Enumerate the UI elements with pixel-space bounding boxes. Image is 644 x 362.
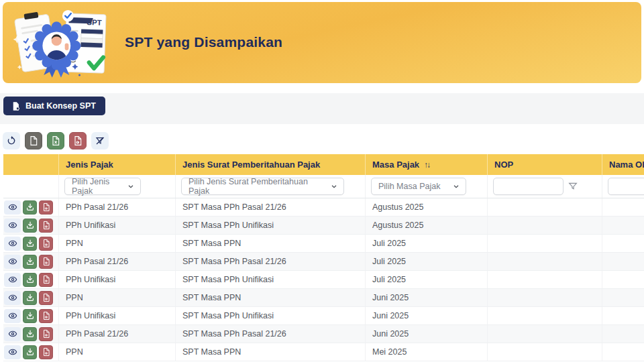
row-actions [3, 198, 59, 216]
cell-nama-objek [602, 217, 644, 234]
eye-icon [8, 329, 17, 339]
cell-nop [488, 271, 602, 288]
masa-pajak-select[interactable]: Pilih Masa Pajak [371, 178, 466, 195]
download-button[interactable] [23, 237, 37, 251]
table-header-row: Jenis Pajak Jenis Surat Pemberitahuan Pa… [3, 154, 644, 175]
view-button[interactable] [4, 237, 21, 251]
row-actions [3, 289, 59, 306]
row-pdf-button[interactable] [39, 273, 53, 287]
export-pdf-button[interactable] [69, 132, 87, 149]
row-actions [3, 253, 59, 270]
download-button[interactable] [23, 291, 37, 305]
view-button[interactable] [4, 309, 21, 323]
eye-icon [8, 293, 17, 302]
clear-filter-button[interactable] [91, 132, 109, 149]
view-button[interactable] [4, 200, 21, 215]
view-button[interactable] [4, 219, 21, 233]
table-row: PPN SPT Masa PPN Juni 2025 [3, 289, 644, 307]
file-pdf-icon [42, 239, 51, 248]
table-row: PPh Unifikasi SPT Masa PPh Unifikasi Agu… [3, 217, 644, 235]
cell-nop [488, 307, 602, 324]
export-excel-button[interactable] [47, 132, 64, 149]
illustration-doc-label: SPT [87, 18, 102, 27]
row-pdf-button[interactable] [39, 219, 53, 233]
header-masa-pajak[interactable]: Masa Pajak ↑↓ [366, 154, 488, 175]
sort-icon[interactable]: ↑↓ [424, 160, 429, 170]
filter-actions-cell [3, 175, 59, 198]
jenis-surat-select[interactable]: Pilih Jenis Surat Pemberitahuan Pajak [181, 178, 344, 195]
download-icon [25, 202, 35, 212]
cell-nop [488, 198, 602, 216]
download-icon [25, 257, 35, 266]
cell-masa-pajak: Juli 2025 [366, 235, 488, 252]
jenis-pajak-select[interactable]: Pilih Jenis Pajak [64, 178, 141, 195]
row-pdf-button[interactable] [39, 291, 53, 305]
refresh-button[interactable] [3, 132, 20, 149]
download-button[interactable] [23, 255, 37, 269]
header-nop[interactable]: NOP [488, 154, 602, 175]
row-pdf-button[interactable] [39, 200, 53, 215]
download-icon [25, 221, 35, 230]
file-pdf-icon [42, 257, 51, 266]
download-button[interactable] [23, 327, 37, 341]
cell-jenis-pajak: PPh Pasal 21/26 [59, 325, 176, 343]
download-button[interactable] [23, 345, 37, 359]
table-row: PPh Pasal 21/26 SPT Masa PPh Pasal 21/26… [3, 253, 644, 271]
table-row: PPh Unifikasi SPT Masa PPh Unifikasi Jun… [3, 307, 644, 325]
create-spt-button[interactable]: Buat Konsep SPT [3, 97, 105, 115]
filter-dismiss-icon [95, 135, 105, 146]
cell-jenis-surat: SPT Masa PPN [176, 235, 366, 252]
cell-jenis-pajak: PPh Unifikasi [59, 217, 176, 234]
view-button[interactable] [4, 345, 21, 359]
view-button[interactable] [4, 327, 21, 341]
download-icon [25, 275, 35, 284]
chevron-down-icon [127, 182, 135, 190]
table-body: PPh Pasal 21/26 SPT Masa PPh Pasal 21/26… [3, 198, 644, 361]
chevron-down-icon [330, 182, 338, 190]
cell-nama-objek [602, 343, 644, 361]
cell-nama-objek [602, 325, 644, 343]
refresh-icon [6, 135, 17, 146]
download-icon [25, 311, 35, 320]
row-pdf-button[interactable] [39, 255, 53, 269]
download-icon [25, 293, 35, 302]
download-icon [25, 329, 35, 339]
table-row: PPh Pasal 21/26 SPT Masa PPh Pasal 21/26… [3, 198, 644, 217]
cell-nop [488, 325, 602, 343]
download-button[interactable] [23, 309, 37, 323]
cell-masa-pajak: Juli 2025 [366, 271, 488, 288]
export-doc-button[interactable] [25, 132, 42, 149]
header-jenis-pajak[interactable]: Jenis Pajak [59, 154, 176, 175]
cell-jenis-pajak: PPN [59, 289, 176, 306]
header-jenis-surat[interactable]: Jenis Surat Pemberitahuan Pajak [176, 154, 366, 175]
cell-jenis-pajak: PPh Pasal 21/26 [59, 253, 176, 270]
download-button[interactable] [23, 200, 37, 215]
file-pdf-icon [42, 311, 51, 320]
row-pdf-button[interactable] [39, 237, 53, 251]
nama-objek-filter-input[interactable] [608, 178, 644, 195]
nop-funnel-button[interactable] [568, 181, 578, 192]
view-button[interactable] [4, 291, 21, 305]
cell-jenis-surat: SPT Masa PPh Unifikasi [176, 217, 366, 234]
row-actions [3, 271, 59, 288]
view-button[interactable] [4, 273, 21, 287]
cell-nop [488, 235, 602, 252]
cell-nama-objek [602, 307, 644, 324]
cell-jenis-pajak: PPh Unifikasi [59, 271, 176, 288]
eye-icon [8, 202, 17, 212]
cell-jenis-pajak: PPN [59, 235, 176, 252]
row-actions [3, 235, 59, 252]
table-filter-row: Pilih Jenis Pajak Pilih Jenis Surat Pemb… [3, 175, 644, 198]
filter-jenis-surat-cell: Pilih Jenis Surat Pemberitahuan Pajak [176, 175, 366, 198]
nop-filter-input[interactable] [493, 178, 564, 195]
eye-icon [8, 311, 17, 320]
row-pdf-button[interactable] [39, 327, 53, 341]
action-band: Buat Konsep SPT [0, 93, 644, 124]
view-button[interactable] [4, 255, 21, 269]
cell-masa-pajak: Juni 2025 [366, 289, 488, 306]
download-button[interactable] [23, 219, 37, 233]
download-button[interactable] [23, 273, 37, 287]
header-nama-objek[interactable]: Nama Objek Pajak [602, 154, 644, 175]
row-pdf-button[interactable] [39, 345, 53, 359]
row-pdf-button[interactable] [39, 309, 53, 323]
